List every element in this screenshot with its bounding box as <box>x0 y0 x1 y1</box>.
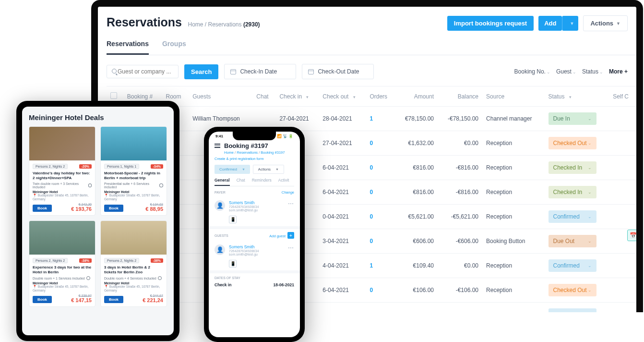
status-badge[interactable]: Due Out⌄ <box>549 235 596 247</box>
actions-pill[interactable]: Actions▼ <box>253 165 284 174</box>
reservations-table: Booking # Room Guests Chat Check in ▾ Ch… <box>107 86 636 312</box>
deal-card[interactable]: Persons 1, Nights 1-34%Motorboat-Special… <box>100 126 167 216</box>
price-new: € 88,95 <box>145 206 163 212</box>
col-source[interactable]: Source <box>482 86 544 107</box>
status-pill-confirmed[interactable]: Confirmed▼ <box>215 165 250 174</box>
orders-link[interactable]: 0 <box>370 238 373 244</box>
select-all-checkbox[interactable] <box>110 92 117 99</box>
crumb-current: Booking #3197 <box>261 150 285 155</box>
checkin-label: Check in <box>215 282 231 287</box>
status-badge[interactable]: Confirmed⌄ <box>549 259 596 272</box>
table-row[interactable]: 6686-04-20210€816.00-€816.00ReceptionChe… <box>107 156 636 180</box>
table-row[interactable]: 7P4-04-20211€109.40€0.00ReceptionConfirm… <box>107 254 636 278</box>
create-print-link[interactable]: Create & print registration form <box>215 157 294 161</box>
col-chat[interactable]: Chat <box>252 86 275 107</box>
table-row[interactable]: 3365O6-04-20210€816.00-€816.00ReceptionC… <box>107 180 636 205</box>
filter-more[interactable]: More + <box>609 68 628 75</box>
change-payer-link[interactable]: Change <box>282 190 294 195</box>
orders-link[interactable]: 0 <box>370 311 373 312</box>
tab-activity[interactable]: Activit <box>278 178 289 186</box>
add-guest-link[interactable]: Add guest <box>269 234 286 238</box>
search-input[interactable] <box>118 68 173 75</box>
price-new: € 193,76 <box>71 206 92 212</box>
table-row[interactable]: 3-04-20210€606.00-€606.00Booking ButtonD… <box>107 229 636 254</box>
crumb-home[interactable]: Home <box>224 150 234 155</box>
add-button[interactable]: Add <box>538 16 562 31</box>
col-amount[interactable]: Amount <box>395 86 438 107</box>
table-row[interactable]: William Thompson27-04-202128-04-20211€78… <box>107 107 636 131</box>
menu-icon[interactable] <box>215 144 220 148</box>
checkout-date-field[interactable]: Check-Out Date <box>302 64 374 79</box>
actions-button[interactable]: Actions▼ <box>583 15 628 31</box>
orders-link[interactable]: 0 <box>370 287 373 293</box>
deal-card[interactable]: Persons 2, Nights 2-36%3 days in Hotel B… <box>100 220 167 307</box>
tab-reminders[interactable]: Reminders <box>252 178 272 186</box>
phone-contact-icon[interactable]: 📱 <box>229 216 237 223</box>
guest-card: 👤 Somers Smith 7264287634928634 som.smit… <box>215 242 294 259</box>
orders-link[interactable]: 0 <box>370 164 373 171</box>
orders-link[interactable]: 1 <box>370 262 373 269</box>
col-selfc[interactable]: Self C <box>609 86 636 107</box>
book-button[interactable]: Book <box>104 296 123 303</box>
col-guests[interactable]: Guests <box>189 86 252 107</box>
cell-source: Reception <box>482 131 544 156</box>
col-orders[interactable]: Orders <box>366 86 395 107</box>
orders-link[interactable]: 0 <box>370 213 373 220</box>
add-guest-button[interactable]: + <box>287 232 294 239</box>
checkin-value: 18-06-2021 <box>274 282 294 287</box>
col-checkin[interactable]: Check in ▾ <box>275 86 319 107</box>
status-badge[interactable]: Checked In⌄ <box>549 161 596 174</box>
tab-general[interactable]: General <box>215 178 230 186</box>
deal-title: 3 days in Hotel Berlin & 2 tickets for B… <box>104 265 163 275</box>
status-badge[interactable]: Checked Out⌄ <box>549 137 596 149</box>
cell-amount: €816.00 <box>395 156 438 180</box>
filter-booking-no[interactable]: Booking No.⌄ <box>514 68 550 75</box>
filter-guest[interactable]: Guest⌄ <box>556 68 576 75</box>
col-checkout[interactable]: Check out ▾ <box>319 86 366 107</box>
search-field-wrap <box>107 65 179 78</box>
status-badge[interactable]: Checked Out⌄ <box>549 284 596 296</box>
table-row[interactable]: 3366Ol27-04-20210€1,632.00€0.00Reception… <box>107 131 636 156</box>
price-new: € 147,15 <box>71 297 92 303</box>
table-row[interactable]: 7L6-04-20210€106.00-€106.00ReceptionChec… <box>107 278 636 303</box>
filter-status[interactable]: Status⌄ <box>582 68 603 75</box>
import-bookings-button[interactable]: Import bookings request <box>447 16 534 31</box>
more-icon[interactable]: ⋯ <box>288 200 294 207</box>
status-badge[interactable]: Confirmed⌄ <box>549 308 596 312</box>
phone-breadcrumb: Home / Reservations / Booking #3197 <box>224 150 294 155</box>
phone-contact-icon[interactable]: 📱 <box>229 260 237 268</box>
search-button[interactable]: Search <box>184 64 218 79</box>
orders-link[interactable]: 1 <box>370 115 373 122</box>
tab-reservations[interactable]: Reservations <box>107 40 149 55</box>
deal-image <box>29 127 95 160</box>
guest-name[interactable]: Somers Smith <box>229 244 284 249</box>
deal-card[interactable]: Persons 2, Nights 2-38%Experience 3 days… <box>29 220 95 307</box>
col-status[interactable]: Status ▾ <box>545 86 609 107</box>
deal-hotel: Meininger Hotel <box>104 190 163 194</box>
book-button[interactable]: Book <box>33 205 52 212</box>
orders-link[interactable]: 0 <box>370 189 373 195</box>
crumb-home[interactable]: Home <box>188 21 203 28</box>
status-badge[interactable]: Due In⌄ <box>549 112 596 125</box>
book-button[interactable]: Book <box>104 205 123 212</box>
tab-chat[interactable]: Chat <box>237 178 245 186</box>
cell-checkout: 2-04-2021 <box>319 303 366 313</box>
book-button[interactable]: Book <box>33 296 52 303</box>
more-icon[interactable]: ⋯ <box>288 244 294 251</box>
add-dropdown-button[interactable]: ▼ <box>562 16 578 31</box>
calendar-shortcut-icon[interactable]: 📅 <box>627 230 639 241</box>
crumb-reservations[interactable]: Reservations <box>237 150 258 155</box>
tab-groups[interactable]: Groups <box>162 40 186 55</box>
status-badge[interactable]: Checked In⌄ <box>549 186 596 198</box>
table-row[interactable]: 2T0-04-20210€5,621.00-€5,621.00Reception… <box>107 205 636 229</box>
checkin-date-field[interactable]: Check-In Date <box>224 64 296 79</box>
crumb-section[interactable]: Reservations <box>208 21 242 28</box>
cell-balance: -€606.00 <box>438 229 482 254</box>
payer-name[interactable]: Somers Smith <box>229 200 284 205</box>
status-badge[interactable]: Confirmed⌄ <box>549 210 596 223</box>
orders-link[interactable]: 0 <box>370 140 373 147</box>
col-balance[interactable]: Balance <box>438 86 482 107</box>
table-row[interactable]: 2-04-20210€106.00€0.00ReceptionConfirmed… <box>107 303 636 313</box>
deal-card[interactable]: Persons 2, Nights 2-20%Valentine's day h… <box>29 126 95 216</box>
clock-icon <box>159 183 163 187</box>
